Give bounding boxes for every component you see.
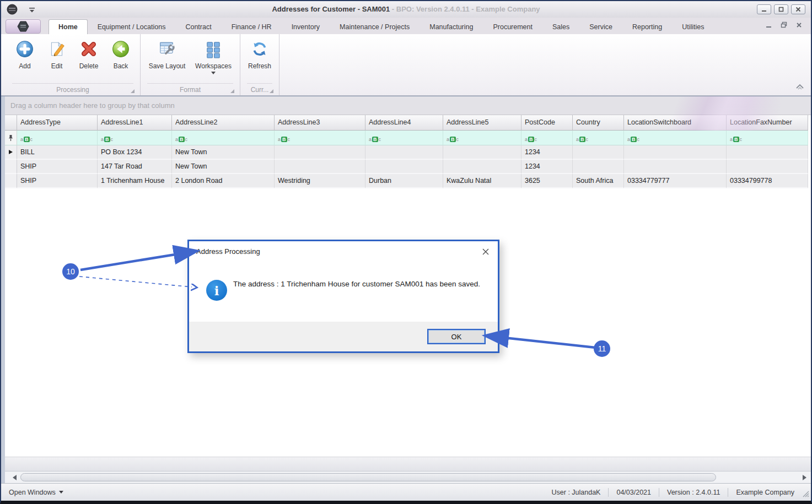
table-row[interactable]: SHIP147 Tar RoadNew Town1234	[5, 160, 811, 174]
close-button[interactable]	[791, 4, 805, 14]
workspaces-button[interactable]: Workspaces	[190, 37, 236, 74]
minimize-button[interactable]	[757, 4, 771, 14]
cell-LocationSwitchboard[interactable]	[624, 145, 727, 160]
column-header-AddressLine4[interactable]: AddressLine4	[365, 115, 443, 131]
tab-maintenance-projects[interactable]: Maintenance / Projects	[330, 19, 420, 34]
column-header-AddressLine5[interactable]: AddressLine5	[443, 115, 521, 131]
open-windows-dropdown[interactable]: Open Windows	[1, 489, 63, 496]
maximize-button[interactable]	[774, 4, 788, 14]
cell-Country[interactable]: South Africa	[573, 174, 624, 188]
tab-sales[interactable]: Sales	[542, 19, 579, 34]
filter-cell-AddressType[interactable]: aBc	[17, 131, 98, 145]
cell-AddressLine5[interactable]	[443, 160, 521, 174]
cell-AddressLine4[interactable]	[365, 160, 443, 174]
cell-AddressLine3[interactable]: Westriding	[275, 174, 365, 188]
save-layout-icon	[158, 40, 176, 61]
column-header-AddressLine3[interactable]: AddressLine3	[275, 115, 365, 131]
cell-AddressType[interactable]: SHIP	[17, 160, 98, 174]
application-menu-button[interactable]	[6, 19, 41, 34]
filter-cell-AddressLine2[interactable]: aBc	[172, 131, 275, 145]
tab-manufacturing[interactable]: Manufacturing	[420, 19, 483, 34]
table-row[interactable]: BILLPO Box 1234New Town1234	[5, 145, 811, 160]
column-header-AddressLine1[interactable]: AddressLine1	[98, 115, 172, 131]
dialog-launcher-icon[interactable]	[230, 89, 234, 93]
tab-finance-hr[interactable]: Finance / HR	[222, 19, 282, 34]
window-title-suffix: - BPO: Version 2.4.0.11 - Example Compan…	[390, 5, 540, 13]
abc-filter-icon: aBc	[447, 137, 459, 142]
tab-contract[interactable]: Contract	[175, 19, 221, 34]
dialog-launcher-icon[interactable]	[131, 89, 135, 93]
column-header-LocationSwitchboard[interactable]: LocationSwitchboard	[624, 115, 727, 131]
delete-button[interactable]: Delete	[73, 37, 105, 70]
cell-AddressLine2[interactable]: New Town	[172, 145, 275, 160]
column-header-AddressType[interactable]: AddressType	[17, 115, 98, 131]
dialog-close-icon[interactable]	[480, 246, 491, 257]
filter-cell-AddressLine5[interactable]: aBc	[443, 131, 521, 145]
cell-LocationSwitchboard[interactable]: 03334779777	[624, 174, 727, 188]
cell-AddressType[interactable]: BILL	[17, 145, 98, 160]
cell-LocationFaxNumber[interactable]: 03334799778	[727, 174, 808, 188]
filter-cell-PostCode[interactable]: aBc	[521, 131, 573, 145]
scroll-left-icon[interactable]	[13, 475, 17, 480]
cell-AddressLine4[interactable]: Durban	[365, 174, 443, 188]
cell-PostCode[interactable]: 3625	[521, 174, 573, 188]
cell-AddressLine1[interactable]: 147 Tar Road	[98, 160, 172, 174]
resize-grip-icon[interactable]	[802, 490, 809, 499]
cell-Country[interactable]	[573, 160, 624, 174]
edit-label: Edit	[51, 62, 63, 70]
cell-AddressLine1[interactable]: 1 Trichenham House	[98, 174, 172, 188]
cell-LocationFaxNumber[interactable]	[727, 160, 808, 174]
ok-button[interactable]: OK	[427, 329, 486, 344]
cell-AddressLine1[interactable]: PO Box 1234	[98, 145, 172, 160]
cell-AddressLine5[interactable]: KwaZulu Natal	[443, 174, 521, 188]
edit-button[interactable]: Edit	[41, 37, 73, 70]
dialog-launcher-icon[interactable]	[270, 89, 273, 93]
column-header-AddressLine2[interactable]: AddressLine2	[172, 115, 275, 131]
add-button[interactable]: Add	[9, 37, 41, 70]
filter-cell-LocationSwitchboard[interactable]: aBc	[624, 131, 727, 145]
save-layout-button[interactable]: Save Layout	[144, 37, 190, 70]
cell-AddressLine3[interactable]	[275, 145, 365, 160]
left-edge-strip	[1, 96, 5, 483]
scrollbar-thumb[interactable]	[20, 473, 716, 481]
cell-PostCode[interactable]: 1234	[521, 160, 573, 174]
cell-AddressType[interactable]: SHIP	[17, 174, 98, 188]
cell-AddressLine3[interactable]	[275, 160, 365, 174]
ribbon-close-icon[interactable]	[796, 20, 802, 30]
cell-AddressLine2[interactable]: 2 London Road	[172, 174, 275, 188]
cell-LocationSwitchboard[interactable]	[624, 160, 727, 174]
group-by-panel[interactable]: Drag a column header here to group by th…	[5, 96, 811, 115]
cell-AddressLine5[interactable]	[443, 145, 521, 160]
collapse-ribbon-icon[interactable]	[795, 82, 804, 92]
tab-service[interactable]: Service	[579, 19, 622, 34]
cell-LocationFaxNumber[interactable]	[727, 145, 808, 160]
ribbon-restore-icon[interactable]	[781, 20, 787, 30]
tab-equipment-locations[interactable]: Equipment / Locations	[88, 19, 176, 34]
filter-cell-AddressLine3[interactable]: aBc	[275, 131, 365, 145]
workspaces-dropdown-icon[interactable]	[211, 72, 216, 74]
filter-cell-LocationFaxNumber[interactable]: aBc	[727, 131, 808, 145]
table-row[interactable]: SHIP1 Trichenham House2 London RoadWestr…	[5, 174, 811, 188]
tab-utilities[interactable]: Utilities	[672, 19, 714, 34]
tab-home[interactable]: Home	[49, 19, 88, 34]
column-header-PostCode[interactable]: PostCode	[521, 115, 573, 131]
scroll-right-icon[interactable]	[803, 475, 806, 480]
ribbon-minimize-icon[interactable]	[766, 20, 772, 30]
filter-pin-icon[interactable]	[5, 131, 17, 145]
column-header-Country[interactable]: Country	[573, 115, 624, 131]
cell-AddressLine4[interactable]	[365, 145, 443, 160]
filter-cell-AddressLine1[interactable]: aBc	[98, 131, 172, 145]
cell-PostCode[interactable]: 1234	[521, 145, 573, 160]
tab-inventory[interactable]: Inventory	[282, 19, 330, 34]
cell-AddressLine2[interactable]: New Town	[172, 160, 275, 174]
cell-Country[interactable]	[573, 145, 624, 160]
back-button[interactable]: Back	[105, 37, 137, 70]
refresh-button[interactable]: Refresh	[244, 37, 276, 70]
filter-cell-Country[interactable]: aBc	[573, 131, 624, 145]
tab-reporting[interactable]: Reporting	[622, 19, 672, 34]
column-header-LocationFaxNumber[interactable]: LocationFaxNumber	[727, 115, 808, 131]
filter-cell-AddressLine4[interactable]: aBc	[365, 131, 443, 145]
dialog-message: The address : 1 Trichenham House for cus…	[233, 279, 488, 290]
tab-procurement[interactable]: Procurement	[483, 19, 542, 34]
horizontal-scrollbar[interactable]	[5, 471, 811, 483]
